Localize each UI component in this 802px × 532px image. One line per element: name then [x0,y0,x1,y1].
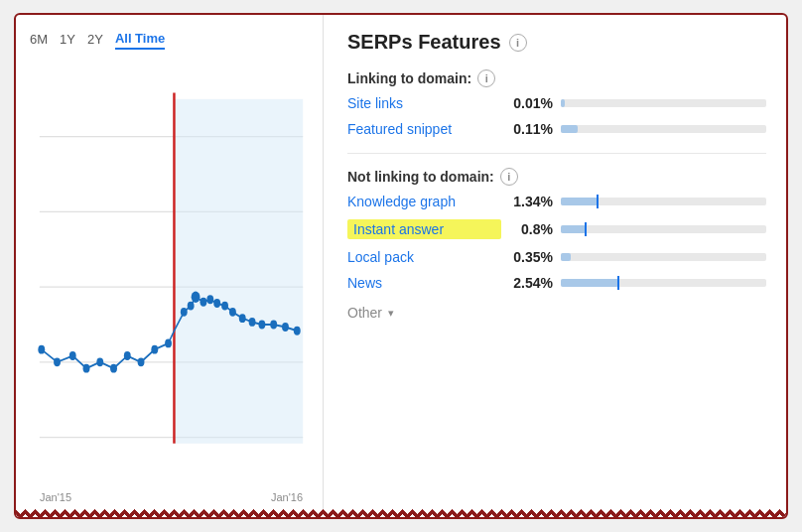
feature-pct-featured: 0.11% [501,121,553,137]
tab-2y[interactable]: 2Y [87,30,103,49]
linking-label-text: Linking to domain: [347,70,471,86]
bar-marker-instant [585,222,587,236]
svg-point-13 [124,351,131,360]
feature-name-sitelinks[interactable]: Site links [347,95,501,111]
svg-point-26 [249,318,256,327]
not-linking-label-text: Not linking to domain: [347,169,494,185]
svg-point-25 [239,314,246,323]
feature-name-localpack[interactable]: Local pack [347,249,501,265]
feature-row-localpack: Local pack 0.35% [347,249,766,265]
chart-area [30,62,313,487]
feature-row-news: News 2.54% [347,275,766,291]
feature-name-knowledge[interactable]: Knowledge graph [347,194,501,209]
serps-info-icon[interactable]: i [509,34,527,52]
svg-point-19 [192,292,200,303]
bar-fill-knowledge [561,198,598,205]
x-axis-labels: Jan'15 Jan'16 [30,487,313,503]
x-label-jan16: Jan'16 [271,491,303,503]
chart-panel: 6M 1Y 2Y All Time [16,15,324,517]
svg-point-15 [151,345,158,354]
chevron-down-icon: ▾ [388,307,394,320]
not-linking-section-label: Not linking to domain: i [347,168,766,186]
main-card: 6M 1Y 2Y All Time [14,13,788,519]
svg-point-10 [83,364,90,373]
x-label-jan15: Jan'15 [40,491,71,503]
serps-title: SERPs Features i [347,31,766,54]
bar-track-instant [561,225,766,233]
feature-row-sitelinks: Site links 0.01% [347,95,766,111]
svg-point-17 [181,308,188,317]
svg-point-11 [96,357,103,366]
svg-point-9 [69,351,76,360]
bar-track-featured [561,125,766,133]
svg-point-7 [38,345,45,354]
section-divider [347,153,766,154]
other-row: Other ▾ [347,305,766,321]
feature-pct-localpack: 0.35% [501,249,553,265]
tab-alltime[interactable]: All Time [115,29,165,50]
bar-track-localpack [561,253,766,261]
bar-fill-instant [561,225,586,233]
serps-title-text: SERPs Features [347,31,501,54]
feature-name-instant[interactable]: Instant answer [347,219,501,239]
chart-svg [30,62,313,487]
bar-fill-news [561,279,618,287]
time-tabs: 6M 1Y 2Y All Time [30,29,313,50]
svg-rect-5 [174,99,303,444]
svg-point-27 [258,321,265,330]
svg-point-8 [54,357,61,366]
linking-section-label: Linking to domain: i [347,69,766,87]
svg-point-30 [294,327,301,335]
svg-point-29 [282,323,289,332]
svg-point-28 [270,321,277,330]
tab-1y[interactable]: 1Y [60,30,75,49]
svg-point-14 [138,357,145,366]
svg-point-12 [110,364,117,373]
svg-point-24 [229,308,236,317]
linking-info-icon[interactable]: i [477,69,495,87]
svg-point-20 [200,298,206,307]
svg-point-16 [165,338,172,347]
svg-point-22 [213,299,220,308]
feature-row-featured: Featured snippet 0.11% [347,121,766,137]
bar-fill-sitelinks [561,99,565,107]
bar-track-news [561,279,766,287]
feature-pct-news: 2.54% [501,275,553,291]
tab-6m[interactable]: 6M [30,30,48,49]
bar-track-sitelinks [561,99,766,107]
svg-point-18 [188,302,195,311]
feature-name-news[interactable]: News [347,275,501,291]
feature-row-instant: Instant answer 0.8% [347,219,766,239]
other-label[interactable]: Other [347,305,382,321]
feature-pct-sitelinks: 0.01% [501,95,553,111]
svg-point-21 [206,295,213,304]
feature-name-featured[interactable]: Featured snippet [347,121,501,137]
bar-marker-news [617,276,619,290]
bar-marker-knowledge [597,195,599,208]
feature-row-knowledge: Knowledge graph 1.34% [347,194,766,209]
feature-pct-knowledge: 1.34% [501,194,553,209]
svg-point-23 [221,302,228,311]
bar-track-knowledge [561,198,766,205]
feature-pct-instant: 0.8% [501,221,553,237]
bar-fill-localpack [561,253,571,261]
serps-panel: SERPs Features i Linking to domain: i Si… [324,15,786,517]
not-linking-info-icon[interactable]: i [500,168,518,186]
bar-fill-featured [561,125,578,133]
